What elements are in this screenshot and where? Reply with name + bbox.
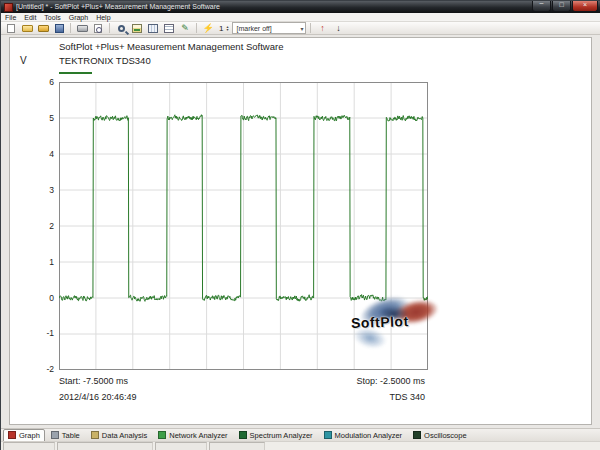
tab-label: Spectrum Analyzer xyxy=(250,431,313,440)
toolbar: ✎ ⚡ 1 ▴ ▾ [marker off] ▾ ↑ ↓ xyxy=(1,22,600,35)
acquire-button[interactable]: ⚡ xyxy=(201,22,215,34)
modulation-analyzer-tab-icon xyxy=(324,431,332,439)
title-bar: [Untitled] * - SoftPlot +Plus+ Measureme… xyxy=(1,1,600,13)
tab-label: Graph xyxy=(19,431,40,440)
minimize-icon: – xyxy=(533,0,550,6)
y-tick-label: 5 xyxy=(30,113,54,123)
pen-icon: ✎ xyxy=(181,24,189,33)
graph-panel: SoftPlot +Plus+ Measurement Management S… xyxy=(9,37,592,425)
chart-scale-button[interactable] xyxy=(130,22,144,34)
y-tick-label: 3 xyxy=(30,185,54,195)
print-preview-button[interactable] xyxy=(91,22,105,34)
tab-label: Oscilloscope xyxy=(424,431,467,440)
tab-table[interactable]: Table xyxy=(46,429,85,442)
window-controls: – □ × xyxy=(532,1,598,12)
menu-graph[interactable]: Graph xyxy=(69,13,88,22)
y-axis-ticks: 6 5 4 3 2 1 0 -1 -2 xyxy=(30,38,54,424)
waveform-svg xyxy=(59,82,428,370)
tab-oscilloscope[interactable]: Oscilloscope xyxy=(408,429,472,442)
open-icon xyxy=(22,25,33,32)
y-tick-label: 0 xyxy=(30,293,54,303)
tab-network-analyzer[interactable]: Network Analyzer xyxy=(153,429,232,442)
toolbar-separator xyxy=(70,23,71,33)
save-icon xyxy=(55,24,64,33)
marker-dropdown[interactable]: [marker off] ▾ xyxy=(232,22,306,34)
graph-tab-icon xyxy=(8,431,16,439)
new-button[interactable] xyxy=(4,22,18,34)
zoom-button[interactable] xyxy=(114,22,128,34)
menu-edit[interactable]: Edit xyxy=(24,13,36,22)
maximize-button[interactable]: □ xyxy=(552,1,571,12)
tab-graph[interactable]: Graph xyxy=(3,429,45,442)
stepper-arrows[interactable]: ▴ ▾ xyxy=(226,25,228,31)
save-button[interactable] xyxy=(52,22,66,34)
y-tick-label: -2 xyxy=(30,364,54,374)
tab-label: Modulation Analyzer xyxy=(335,431,403,440)
grid-icon xyxy=(164,24,174,33)
trace-legend-line xyxy=(59,72,92,74)
stepper-down-icon[interactable]: ▾ xyxy=(226,28,228,31)
magnifier-icon xyxy=(118,25,125,32)
close-button[interactable]: × xyxy=(572,1,598,12)
tab-spectrum-analyzer[interactable]: Spectrum Analyzer xyxy=(234,429,318,442)
oscilloscope-tab-icon xyxy=(413,431,421,439)
annotate-button[interactable]: ✎ xyxy=(178,22,192,34)
grid-button[interactable] xyxy=(162,22,176,34)
open-button[interactable] xyxy=(20,22,34,34)
app-window: [Untitled] * - SoftPlot +Plus+ Measureme… xyxy=(0,0,600,450)
tab-label: Table xyxy=(62,431,80,440)
content-area: SoftPlot +Plus+ Measurement Management S… xyxy=(1,35,600,428)
y-tick-label: 1 xyxy=(30,257,54,267)
chevron-down-icon: ▾ xyxy=(298,25,305,32)
marker-dropdown-value: [marker off] xyxy=(233,25,298,32)
toolbar-separator xyxy=(310,23,311,33)
waveform-chart xyxy=(59,82,428,370)
status-bar xyxy=(1,441,600,450)
close-icon: × xyxy=(573,0,597,10)
stop-time-label: Stop: -2.5000 ms xyxy=(356,376,425,386)
y-tick-label: -1 xyxy=(30,328,54,338)
arrow-up-icon: ↑ xyxy=(320,23,325,33)
trace-down-button[interactable]: ↓ xyxy=(331,22,345,34)
trace-number-stepper[interactable]: 1 ▴ ▾ xyxy=(217,24,228,33)
tab-data-analysis[interactable]: Data Analysis xyxy=(86,429,152,442)
status-segment xyxy=(57,442,153,450)
start-time-label: Start: -7.5000 ms xyxy=(59,376,128,386)
new-file-icon xyxy=(7,24,15,33)
folder-button[interactable] xyxy=(36,22,50,34)
print-preview-icon xyxy=(94,24,102,33)
network-analyzer-tab-icon xyxy=(158,431,166,439)
status-segment xyxy=(3,442,55,450)
table-tab-icon xyxy=(51,431,59,439)
tab-label: Network Analyzer xyxy=(169,431,227,440)
timestamp-label: 2012/4/16 20:46:49 xyxy=(59,392,137,402)
y-tick-label: 6 xyxy=(30,77,54,87)
menu-tools[interactable]: Tools xyxy=(44,13,60,22)
chart-subtitle: TEKTRONIX TDS340 xyxy=(59,55,151,66)
menu-file[interactable]: File xyxy=(5,13,16,22)
folder-icon xyxy=(38,25,49,32)
print-button[interactable] xyxy=(75,22,89,34)
minimize-button[interactable]: – xyxy=(532,1,551,12)
chart-trace-button[interactable] xyxy=(146,22,160,34)
y-tick-label: 4 xyxy=(30,149,54,159)
toolbar-separator xyxy=(196,23,197,33)
menu-help[interactable]: Help xyxy=(96,13,110,22)
chart-scale-icon xyxy=(132,24,142,33)
chart-title: SoftPlot +Plus+ Measurement Management S… xyxy=(59,41,283,52)
status-segment xyxy=(155,442,207,450)
spectrum-analyzer-tab-icon xyxy=(239,431,247,439)
trace-up-button[interactable]: ↑ xyxy=(315,22,329,34)
toolbar-separator xyxy=(109,23,110,33)
tab-modulation-analyzer[interactable]: Modulation Analyzer xyxy=(319,429,408,442)
maximize-icon: □ xyxy=(553,0,570,10)
trace-number-value: 1 xyxy=(217,24,225,33)
y-tick-label: 2 xyxy=(30,221,54,231)
device-label: TDS 340 xyxy=(389,392,425,402)
window-title: [Untitled] * - SoftPlot +Plus+ Measureme… xyxy=(16,2,532,12)
run-icon: ⚡ xyxy=(202,24,213,33)
chart-trace-icon xyxy=(148,24,158,33)
status-segment xyxy=(209,442,265,450)
print-icon xyxy=(77,25,88,32)
menu-bar: File Edit Tools Graph Help xyxy=(1,13,600,22)
